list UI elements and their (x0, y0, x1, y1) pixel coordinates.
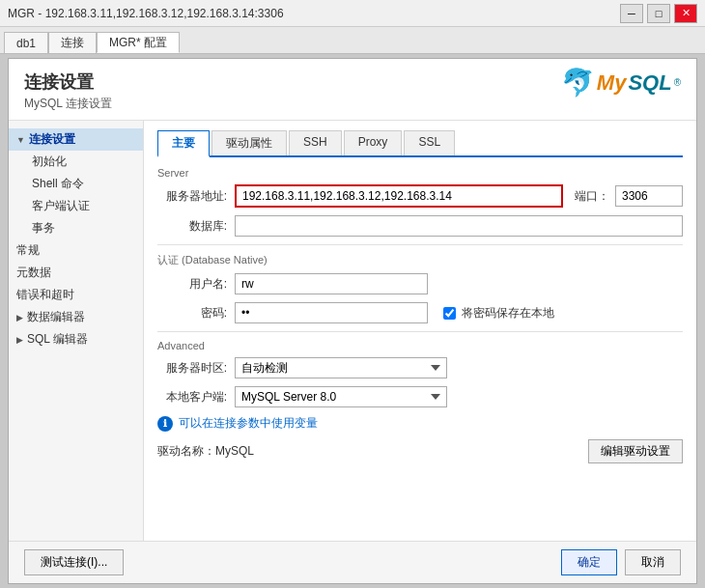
tab-proxy[interactable]: Proxy (344, 130, 403, 155)
username-row: 用户名: (157, 273, 683, 294)
username-label: 用户名: (157, 276, 227, 293)
title-bar-text: MGR - 192.168.3.11,192.168.3.12,192.168.… (8, 7, 620, 20)
sidebar-item-transaction[interactable]: 事务 (9, 217, 143, 239)
close-button[interactable]: ✕ (674, 4, 697, 23)
mysql-logo-text2: SQL (628, 70, 671, 96)
save-password-checkbox[interactable] (443, 307, 456, 320)
minimize-button[interactable]: ─ (620, 4, 643, 23)
server-section-label: Server (157, 167, 683, 179)
database-input[interactable] (235, 215, 683, 237)
divider-2 (157, 331, 683, 332)
database-label: 数据库: (157, 218, 227, 235)
dialog-title-area: 连接设置 MySQL 连接设置 🐬 MySQL® (9, 59, 696, 121)
dialog-title-block: 连接设置 MySQL 连接设置 (24, 70, 112, 112)
confirm-button[interactable]: 确定 (561, 549, 617, 575)
driver-row: 驱动名称：MySQL 编辑驱动设置 (157, 439, 683, 463)
tab-ssh[interactable]: SSH (289, 130, 342, 155)
cancel-button[interactable]: 取消 (625, 549, 681, 575)
password-input[interactable] (235, 302, 428, 323)
port-input[interactable] (615, 185, 683, 207)
server-address-input[interactable] (235, 184, 563, 208)
info-icon: ℹ (157, 416, 173, 432)
tab-ssl[interactable]: SSL (404, 130, 455, 155)
timezone-row: 服务器时区: 自动检测 UTC Asia/Shanghai (157, 357, 683, 378)
bottom-right: 确定 取消 (561, 549, 681, 575)
sidebar-item-sql-editor[interactable]: ▶ SQL 编辑器 (9, 328, 143, 350)
server-address-row: 服务器地址: 端口： (157, 184, 683, 208)
dialog-subtitle: MySQL 连接设置 (24, 96, 112, 112)
port-label: 端口： (575, 188, 609, 205)
save-password-label: 将密码保存在本地 (462, 305, 554, 322)
password-row: 密码: 将密码保存在本地 (157, 302, 683, 323)
dialog: 连接设置 MySQL 连接设置 🐬 MySQL® ▼ 连接设置 初始化 Shel… (8, 58, 697, 584)
timezone-select[interactable]: 自动检测 UTC Asia/Shanghai (235, 357, 447, 378)
username-input[interactable] (235, 273, 428, 294)
client-label: 本地客户端: (157, 389, 227, 406)
app-tab-bar: db1 连接 MGR* 配置 (0, 27, 705, 54)
dialog-body: ▼ 连接设置 初始化 Shell 命令 客户端认证 事务 常规 元数据 错误 (9, 121, 696, 541)
dialog-title: 连接设置 (24, 70, 112, 94)
sidebar-item-data-editor[interactable]: ▶ 数据编辑器 (9, 306, 143, 328)
sidebar-item-errors-timeouts[interactable]: 错误和超时 (9, 284, 143, 306)
info-text: 可以在连接参数中使用变量 (179, 415, 318, 432)
auth-section-label: 认证 (Database Native) (157, 253, 683, 267)
client-row: 本地客户端: MySQL Server 8.0 MySQL Server 5.7… (157, 386, 683, 407)
arrow-right-icon: ▶ (16, 313, 23, 322)
tab-driver-props[interactable]: 驱动属性 (212, 130, 287, 155)
driver-label: 驱动名称：MySQL (157, 443, 254, 460)
sidebar-item-client-auth[interactable]: 客户端认证 (9, 195, 143, 217)
tab-main[interactable]: 主要 (157, 130, 210, 157)
app-tab-connect[interactable]: 连接 (48, 32, 97, 53)
info-row: ℹ 可以在连接参数中使用变量 (157, 415, 683, 432)
edit-driver-button[interactable]: 编辑驱动设置 (588, 439, 683, 463)
mysql-logo: 🐬 MySQL® (561, 67, 681, 98)
app-tab-mgr[interactable]: MGR* 配置 (97, 32, 180, 53)
tab-row: 主要 驱动属性 SSH Proxy SSL (157, 130, 683, 157)
test-connection-button[interactable]: 测试连接(I)... (24, 549, 124, 575)
advanced-section-label: Advanced (157, 340, 683, 351)
sidebar-item-shell-command[interactable]: Shell 命令 (9, 173, 143, 195)
arrow-down-icon: ▼ (16, 135, 25, 145)
sidebar: ▼ 连接设置 初始化 Shell 命令 客户端认证 事务 常规 元数据 错误 (9, 121, 144, 541)
client-select[interactable]: MySQL Server 8.0 MySQL Server 5.7 MySQL … (235, 386, 447, 407)
server-address-label: 服务器地址: (157, 188, 227, 205)
mysql-dolphin-icon: 🐬 (561, 67, 595, 98)
port-row: 端口： (575, 185, 683, 207)
sidebar-item-connection-settings[interactable]: ▼ 连接设置 (9, 128, 143, 151)
sidebar-item-metadata[interactable]: 元数据 (9, 262, 143, 284)
mysql-logo-registered: ® (674, 77, 681, 88)
save-password-row: 将密码保存在本地 (443, 305, 554, 322)
timezone-label: 服务器时区: (157, 360, 227, 377)
bottom-bar: 测试连接(I)... 确定 取消 (9, 541, 696, 583)
maximize-button[interactable]: □ (647, 4, 670, 23)
app-tab-db1[interactable]: db1 (4, 32, 48, 53)
arrow-right-icon2: ▶ (16, 335, 23, 345)
bottom-left: 测试连接(I)... (24, 549, 124, 575)
sidebar-item-init[interactable]: 初始化 (9, 151, 143, 173)
sidebar-item-general[interactable]: 常规 (9, 239, 143, 262)
mysql-logo-text: My (597, 70, 627, 96)
database-row: 数据库: (157, 215, 683, 237)
password-label: 密码: (157, 305, 227, 322)
title-bar: MGR - 192.168.3.11,192.168.3.12,192.168.… (0, 0, 705, 27)
content-area: 主要 驱动属性 SSH Proxy SSL Server 服务器地址: 端口： … (144, 121, 696, 541)
title-bar-controls: ─ □ ✕ (620, 4, 697, 23)
divider-1 (157, 244, 683, 245)
